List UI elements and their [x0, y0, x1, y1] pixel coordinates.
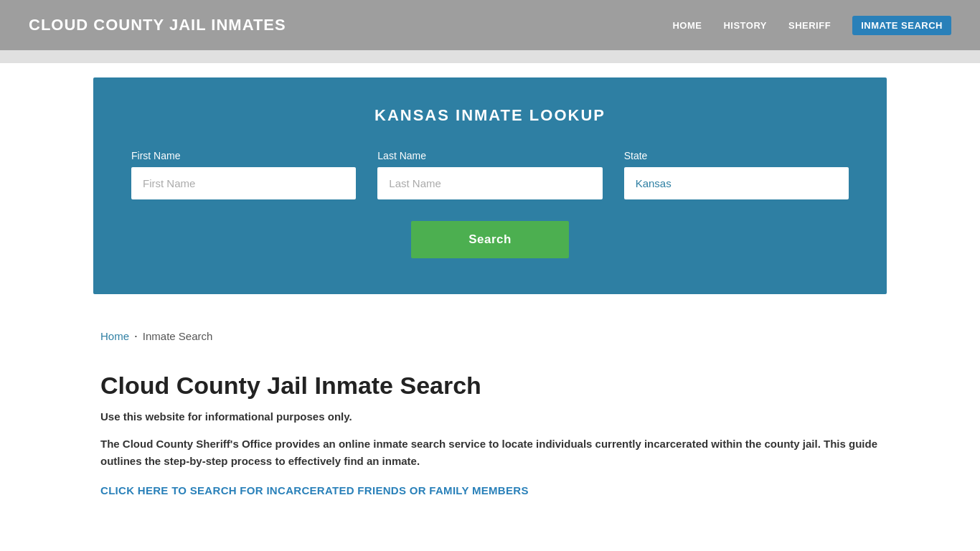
main-content: Home • Inmate Search Cloud County Jail I… — [0, 309, 980, 526]
state-input[interactable] — [624, 167, 849, 199]
breadcrumb-separator: • — [135, 333, 137, 339]
nav-history[interactable]: HISTORY — [723, 20, 767, 31]
breadcrumb-current: Inmate Search — [143, 330, 213, 342]
search-fields: First Name Last Name State — [131, 150, 849, 199]
search-button[interactable]: Search — [411, 221, 569, 258]
search-banner: KANSAS INMATE LOOKUP First Name Last Nam… — [93, 77, 887, 294]
state-group: State — [624, 150, 849, 199]
info-paragraph: The Cloud County Sheriff's Office provid… — [100, 435, 880, 470]
info-text-bold: Use this website for informational purpo… — [100, 410, 880, 423]
site-header: CLOUD COUNTY JAIL INMATES HOME HISTORY S… — [0, 0, 980, 50]
site-title: CLOUD COUNTY JAIL INMATES — [29, 16, 286, 34]
sub-header-line — [0, 50, 980, 63]
nav-inmate-search[interactable]: INMATE SEARCH — [852, 16, 951, 35]
page-title: Cloud County Jail Inmate Search — [100, 371, 880, 400]
main-nav: HOME HISTORY SHERIFF INMATE SEARCH — [672, 16, 951, 35]
nav-sheriff[interactable]: SHERIFF — [788, 20, 831, 31]
state-label: State — [624, 150, 849, 161]
last-name-group: Last Name — [377, 150, 602, 199]
first-name-input[interactable] — [131, 167, 356, 199]
nav-home[interactable]: HOME — [672, 20, 702, 31]
last-name-label: Last Name — [377, 150, 602, 161]
first-name-group: First Name — [131, 150, 356, 199]
last-name-input[interactable] — [377, 167, 602, 199]
banner-title: KANSAS INMATE LOOKUP — [374, 106, 606, 125]
breadcrumb: Home • Inmate Search — [100, 330, 880, 342]
breadcrumb-home-link[interactable]: Home — [100, 330, 129, 342]
first-name-label: First Name — [131, 150, 356, 161]
cta-link[interactable]: CLICK HERE to Search for Incarcerated Fr… — [100, 484, 529, 496]
